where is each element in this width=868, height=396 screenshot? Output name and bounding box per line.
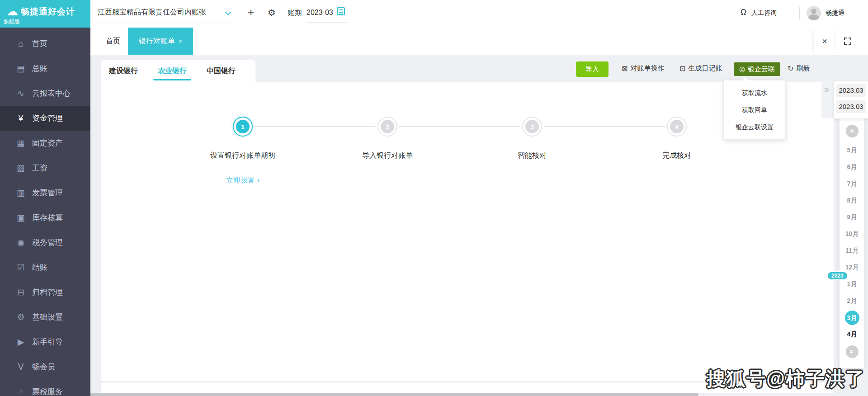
sidebar-item-label: 工资	[32, 163, 47, 173]
human-consult-link[interactable]: 人工咨询	[751, 9, 777, 17]
tab-bank-statement[interactable]: 银行对账单 ×	[128, 28, 193, 55]
tab-home[interactable]: 首页	[100, 28, 126, 55]
calendar-icon[interactable]	[337, 7, 345, 15]
sidebar-item-tax-service[interactable]: ◌票税服务	[0, 379, 90, 396]
month-label: 11月	[845, 247, 859, 255]
sidebar-item-label: 基础设置	[32, 312, 63, 322]
statement-operations-button[interactable]: ⊠ 对账单操作	[622, 64, 664, 73]
wizard-steps: 1 设置银行对账单期初 2 导入银行对账单 3 智能核对 4 完成核对	[170, 107, 749, 160]
month-jan[interactable]: 2023 1月	[840, 276, 864, 292]
step-1: 1 设置银行对账单期初	[170, 107, 315, 160]
username-label[interactable]: 畅捷通	[826, 9, 844, 17]
sidebar-item-label: 发票管理	[32, 188, 63, 198]
app-title: 畅捷通好会计	[21, 6, 75, 18]
closing-check-icon: ☑	[15, 262, 26, 273]
month-list: 5月 6月 7月 8月 9月 10月 11月 12月 2023 1月 2月 3月…	[840, 142, 864, 343]
home-icon: ⌂	[15, 39, 26, 49]
month-apr[interactable]: 4月	[840, 326, 864, 343]
step-3-label: 智能核对	[460, 151, 604, 160]
sidebar-item-home[interactable]: ⌂首页	[0, 31, 90, 56]
scroll-down-button[interactable]: »	[846, 345, 859, 358]
step-1-number: 1	[236, 120, 250, 133]
month-feb[interactable]: 2月	[840, 292, 864, 309]
sidebar-item-label: 新手引导	[32, 337, 63, 347]
step-4-label: 完成核对	[604, 151, 749, 160]
menu-item-cloud-settings[interactable]: 银企云联设置	[724, 118, 785, 136]
period-end[interactable]: 2023.03	[836, 100, 866, 113]
sidebar-item-label: 首页	[32, 38, 47, 49]
sidebar-item-closing[interactable]: ☑结账	[0, 255, 90, 280]
sidebar-item-cloud-reports[interactable]: ∿云报表中心	[0, 81, 90, 106]
period-start[interactable]: 2023.03	[836, 84, 866, 97]
cloud-link-icon: ◎	[739, 65, 745, 73]
sidebar-item-label: 资金管理	[32, 113, 63, 123]
scroll-up-button[interactable]: »	[846, 125, 859, 137]
refresh-button[interactable]: ↻ 刷新	[788, 64, 810, 73]
company-selector[interactable]: 江西服宝精品有限责任公司内账张	[98, 8, 233, 23]
month-label: 4月	[847, 330, 857, 339]
month-jul[interactable]: 7月	[840, 175, 864, 192]
bank-cloud-dropdown: 获取流水 获取回单 银企云联设置	[723, 80, 786, 140]
bank-tabs: 建设银行 农业银行 中国银行	[101, 60, 255, 82]
setup-now-link[interactable]: 立即设置 ›	[170, 176, 315, 185]
service-icon: ◌	[15, 387, 26, 396]
month-aug[interactable]: 8月	[840, 192, 864, 209]
step-3: 3 智能核对	[460, 107, 604, 160]
ledger-icon: ▤	[15, 63, 26, 74]
month-label: 6月	[847, 163, 857, 171]
refresh-label: 刷新	[796, 64, 810, 73]
fullscreen-corners	[844, 38, 851, 45]
menu-item-get-transactions[interactable]: 获取流水	[724, 84, 785, 101]
month-label: 3月	[845, 311, 859, 325]
month-label: 5月	[847, 146, 857, 155]
sidebar-item-beginner-guide[interactable]: ▶新手引导	[0, 330, 90, 354]
sidebar-item-inventory[interactable]: ▣库存核算	[0, 205, 90, 230]
bank-cloud-label: 银企云联	[748, 65, 775, 74]
statement-ops-icon: ⊠	[622, 64, 627, 73]
horizontal-scrollbar[interactable]	[86, 393, 698, 396]
step-3-number: 3	[525, 120, 539, 133]
month-label: 10月	[845, 230, 859, 238]
menu-item-get-receipts[interactable]: 获取回单	[724, 101, 785, 118]
tab-close-icon[interactable]: ×	[179, 38, 182, 45]
month-sep[interactable]: 9月	[840, 209, 864, 226]
sidebar-item-archive[interactable]: ⊟归档管理	[0, 280, 90, 305]
sidebar-item-tax-management[interactable]: ◉税务管理	[0, 230, 90, 255]
period-label: 账期	[288, 9, 302, 18]
payroll-doc-icon: ▧	[15, 163, 26, 173]
cloud-logo-icon: ☁	[6, 5, 18, 17]
sidebar-item-funds-management[interactable]: ¥资金管理	[0, 106, 90, 131]
add-account-button[interactable]: +	[248, 6, 254, 19]
step-2-label: 导入银行对账单	[315, 151, 460, 160]
period-drawer-handle[interactable]: »	[821, 80, 835, 118]
import-button[interactable]: 导入	[576, 61, 609, 77]
sidebar-item-member[interactable]: Ⅴ畅会员	[0, 354, 90, 379]
month-mar-selected[interactable]: 3月	[840, 309, 864, 326]
month-label: 9月	[847, 213, 857, 222]
close-panel-icon[interactable]: ×	[814, 28, 835, 55]
month-label: 1月	[847, 280, 857, 288]
month-may[interactable]: 5月	[840, 142, 864, 159]
month-oct[interactable]: 10月	[840, 226, 864, 242]
sidebar-item-payroll[interactable]: ▧工资	[0, 156, 90, 180]
month-nov[interactable]: 11月	[840, 242, 864, 259]
month-jun[interactable]: 6月	[840, 159, 864, 175]
sidebar-item-basic-settings[interactable]: ⚙基础设置	[0, 305, 90, 330]
account-settings-gear-icon[interactable]: ⚙	[268, 7, 276, 18]
fullscreen-icon[interactable]	[835, 28, 860, 55]
gear-icon: ⚙	[15, 312, 26, 322]
sidebar-item-general-ledger[interactable]: ▤总账	[0, 56, 90, 81]
invoice-icon: ▥	[15, 188, 26, 198]
month-picker-panel: » 5月 6月 7月 8月 9月 10月 11月 12月 2023 1月 2月 …	[840, 118, 864, 368]
bank-enterprise-cloud-button[interactable]: ◎ 银企云联	[734, 62, 780, 76]
bank-tab-abc[interactable]: 农业银行	[158, 60, 187, 82]
sidebar-item-fixed-assets[interactable]: ▦固定资产	[0, 131, 90, 156]
generate-journal-button[interactable]: ⊡ 生成日记账	[679, 64, 722, 73]
user-avatar[interactable]	[807, 6, 821, 20]
sidebar-item-invoice-management[interactable]: ▥发票管理	[0, 180, 90, 205]
month-label: 12月	[845, 264, 859, 272]
bank-tab-ccb[interactable]: 建设银行	[109, 60, 138, 82]
sidebar-item-label: 固定资产	[32, 138, 63, 148]
sidebar-item-label: 结账	[32, 262, 47, 273]
bank-tab-boc[interactable]: 中国银行	[207, 60, 236, 82]
